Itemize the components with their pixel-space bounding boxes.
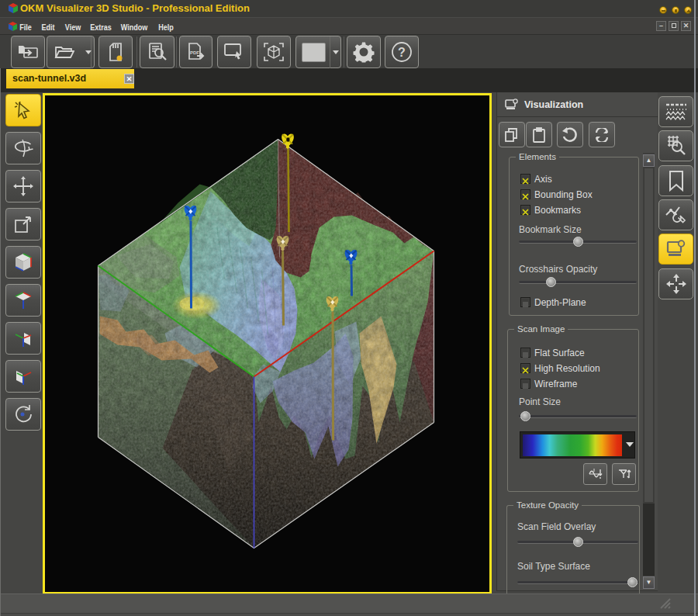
svg-text:PDF: PDF xyxy=(190,50,199,55)
svg-text:?: ? xyxy=(398,46,406,59)
